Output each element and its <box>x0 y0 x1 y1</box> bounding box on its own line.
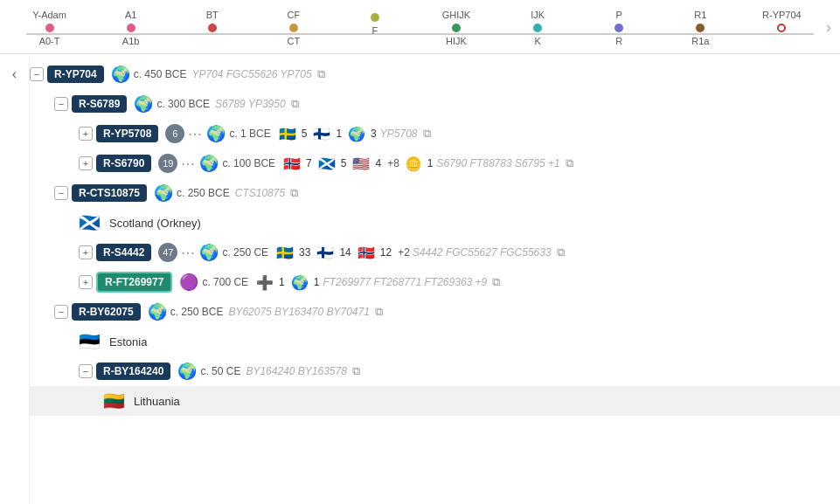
haplogroup-bar: Y-AdamA0-TA1A1bBTCFCTFGHIJKHIJKIJKKPRR1R… <box>0 0 840 54</box>
haplo-dot-2 <box>208 24 217 32</box>
haplo-dot-5 <box>452 24 461 32</box>
variant-text: YP5708 <box>380 128 418 140</box>
haplo-badge[interactable]: R-CTS10875 <box>72 184 147 202</box>
haplo-badge[interactable]: R-BY62075 <box>72 303 141 321</box>
haplo-dot-9 <box>777 24 786 32</box>
tree-row: −R-YP704🌍c. 450 BCEYP704 FGC55626 YP705⧉ <box>30 59 840 89</box>
haplo-group-GHIJK[interactable]: GHIJKHIJK <box>415 10 496 46</box>
variant-text: BY62075 BY163470 BY70471 <box>228 306 369 318</box>
expand-button[interactable]: + <box>79 127 93 141</box>
haplo-badge[interactable]: R-YP704 <box>47 66 104 83</box>
haplo-badge[interactable]: R-S4442 <box>96 244 151 261</box>
haplo-dot-1 <box>127 24 135 32</box>
haplo-badge[interactable]: R-YP5708 <box>96 125 158 142</box>
collapse-button[interactable]: − <box>79 364 93 378</box>
haplo-group-Y-Adam[interactable]: Y-AdamA0-T <box>9 10 90 46</box>
variant-text: CTS10875 <box>235 187 285 199</box>
haplo-dot-3 <box>289 24 298 32</box>
count-badge: 6 <box>165 124 184 143</box>
variant-text: S6790 FT88783 S6795 +1 <box>437 157 560 169</box>
tree-row: −R-BY164240🌍c. 50 CEBY164240 BY163578⧉ <box>30 356 840 386</box>
haplo-group-P[interactable]: PR <box>579 10 660 46</box>
tree-row: +R-YP57086⋯🌍c. 1 BCE🇸🇪5🇫🇮1🌍3YP5708⧉ <box>30 119 840 148</box>
share-icon[interactable]: ⋯ <box>181 245 194 261</box>
tree-row: 🇪🇪Estonia <box>30 327 840 356</box>
haplo-group-IJK[interactable]: IJKK <box>497 10 579 46</box>
tree-content: −R-YP704🌍c. 450 BCEYP704 FGC55626 YP705⧉… <box>30 54 840 504</box>
collapse-button[interactable]: − <box>54 97 68 111</box>
date-text: c. 450 BCE <box>134 68 187 80</box>
variant-text: S4442 FGC55627 FGC55633 <box>413 246 552 259</box>
share-icon[interactable]: ⋯ <box>188 126 201 142</box>
haplo-group-R1[interactable]: R1R1a <box>660 10 741 46</box>
location-label: Lithuania <box>134 395 180 408</box>
date-text: c. 250 CE <box>222 246 268 259</box>
copy-icon[interactable]: ⧉ <box>492 275 500 289</box>
count-badge: 47 <box>158 243 177 262</box>
expand-button[interactable]: + <box>79 245 93 259</box>
copy-icon[interactable]: ⧉ <box>423 127 431 141</box>
haplo-dot-8 <box>696 24 705 32</box>
variant-text: S6789 YP3950 <box>215 98 286 110</box>
tree-row: −R-CTS10875🌍c. 250 BCECTS10875⧉ <box>30 178 840 208</box>
haplo-dot-4 <box>371 13 379 22</box>
haplo-bar-right-arrow[interactable]: › <box>826 18 831 37</box>
haplo-dot-0 <box>45 24 54 32</box>
tree-row: −R-S6789🌍c. 300 BCES6789 YP3950⧉ <box>30 89 840 119</box>
variant-text: FT269977 FT268771 FT269363 +9 <box>323 276 487 288</box>
haplo-group-BT[interactable]: BT <box>171 10 253 36</box>
haplo-group-empty-4[interactable]: F <box>334 10 415 36</box>
haplo-badge[interactable]: R-S6789 <box>72 95 127 113</box>
share-icon[interactable]: ⋯ <box>181 155 194 172</box>
haplo-badge[interactable]: R-BY164240 <box>96 362 170 380</box>
location-label: Scotland (Orkney) <box>109 217 201 230</box>
count-badge: 19 <box>158 154 177 173</box>
copy-icon[interactable]: ⧉ <box>291 97 299 111</box>
expand-button[interactable]: + <box>79 156 93 170</box>
tree-row: +R-S679019⋯🌍c. 100 BCE🇳🇴7🏴󠁧󠁢󠁳󠁣󠁴󠁿5🇺🇸4+8🪙1… <box>30 148 840 178</box>
haplo-group-CF[interactable]: CFCT <box>253 10 334 46</box>
variant-text: YP704 FGC55626 YP705 <box>191 68 311 80</box>
date-text: c. 50 CE <box>200 365 240 377</box>
haplo-group-R-YP704[interactable]: R-YP704 <box>741 10 823 36</box>
date-text: c. 300 BCE <box>156 98 210 110</box>
haplo-badge[interactable]: R-S6790 <box>96 155 151 172</box>
copy-icon[interactable]: ⧉ <box>290 186 298 200</box>
date-text: c. 100 BCE <box>222 157 275 169</box>
copy-icon[interactable]: ⧉ <box>566 156 573 170</box>
date-text: c. 1 BCE <box>229 128 270 140</box>
tree-row: −R-BY62075🌍c. 250 BCEBY62075 BY163470 BY… <box>30 297 840 327</box>
copy-icon[interactable]: ⧉ <box>317 67 325 81</box>
collapse-button[interactable]: − <box>54 305 68 319</box>
copy-icon[interactable]: ⧉ <box>375 305 383 319</box>
tree-row: +R-FT269977🟣c. 700 CE➕1🌍1FT269977 FT2687… <box>30 267 840 297</box>
location-label: Estonia <box>109 335 147 349</box>
copy-icon[interactable]: ⧉ <box>557 245 565 259</box>
expand-button[interactable]: + <box>79 275 93 289</box>
haplo-group-A1[interactable]: A1A1b <box>90 10 171 46</box>
date-text: c. 250 BCE <box>177 187 230 199</box>
copy-icon[interactable]: ⧉ <box>352 364 360 378</box>
haplo-dot-7 <box>614 24 623 32</box>
left-nav-button[interactable]: ‹ <box>0 54 30 504</box>
collapse-button[interactable]: − <box>30 67 44 81</box>
variant-text: BY164240 BY163578 <box>246 365 346 377</box>
date-text: c. 700 CE <box>202 276 248 288</box>
date-text: c. 250 BCE <box>170 306 224 318</box>
tree-row: +R-S444247⋯🌍c. 250 CE🇸🇪33🇫🇮14🇳🇴12+2S4442… <box>30 238 840 267</box>
tree-row: 🏴󠁧󠁢󠁳󠁣󠁴󠁿Scotland (Orkney) <box>30 208 840 238</box>
collapse-button[interactable]: − <box>54 186 68 200</box>
haplo-dot-6 <box>533 24 542 32</box>
haplo-badge[interactable]: R-FT269977 <box>96 272 172 293</box>
tree-row: 🇱🇹Lithuania <box>30 386 840 416</box>
